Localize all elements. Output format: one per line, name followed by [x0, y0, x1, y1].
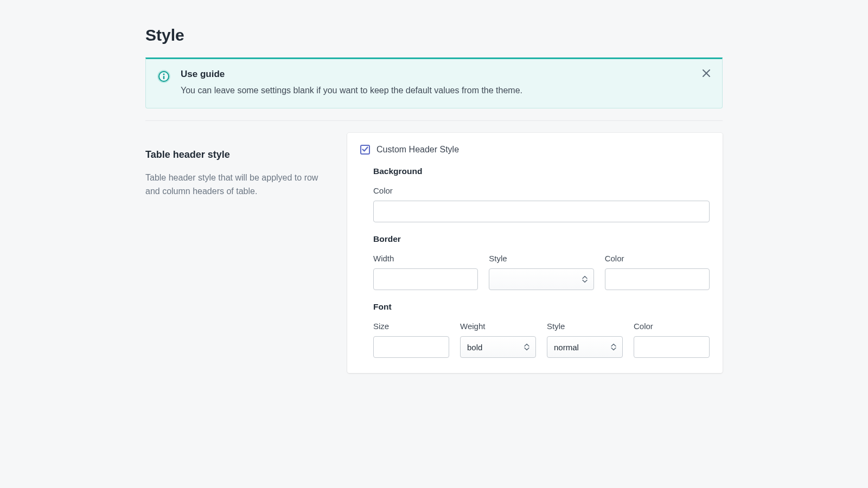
font-color-label: Color — [634, 322, 710, 331]
font-size-input[interactable] — [373, 336, 449, 358]
border-color-label: Color — [605, 254, 710, 263]
border-width-label: Width — [373, 254, 478, 263]
settings-card: Custom Header Style Background Color Bor… — [347, 133, 723, 373]
custom-header-style-label: Custom Header Style — [376, 145, 459, 155]
font-color-input[interactable] — [634, 336, 710, 358]
section-description: Table header style that will be applyed … — [145, 171, 334, 198]
banner-text: You can leave some settings blank if you… — [181, 84, 711, 97]
font-size-label: Size — [373, 322, 449, 331]
background-color-input[interactable] — [373, 201, 710, 222]
custom-header-style-checkbox[interactable] — [360, 145, 370, 155]
border-width-input[interactable] — [373, 268, 478, 290]
font-weight-select[interactable]: bold — [460, 336, 536, 358]
page-title: Style — [145, 26, 723, 44]
info-icon — [157, 69, 171, 84]
svg-rect-3 — [163, 76, 164, 79]
font-style-select[interactable]: normal — [547, 336, 623, 358]
border-style-label: Style — [489, 254, 593, 263]
font-group-title: Font — [373, 302, 710, 312]
divider — [145, 120, 723, 121]
checkmark-icon — [362, 145, 368, 155]
border-group-title: Border — [373, 234, 710, 244]
close-icon — [702, 69, 711, 79]
use-guide-banner: Use guide You can leave some settings bl… — [145, 57, 723, 108]
border-color-input[interactable] — [605, 268, 710, 290]
background-group-title: Background — [373, 166, 710, 176]
border-style-select[interactable] — [489, 268, 593, 290]
banner-close-button[interactable] — [699, 67, 713, 81]
font-weight-label: Weight — [460, 322, 536, 331]
section-heading: Table header style — [145, 149, 334, 160]
svg-point-2 — [163, 74, 165, 75]
font-style-label: Style — [547, 322, 623, 331]
background-color-label: Color — [373, 186, 710, 195]
banner-title: Use guide — [181, 69, 711, 80]
